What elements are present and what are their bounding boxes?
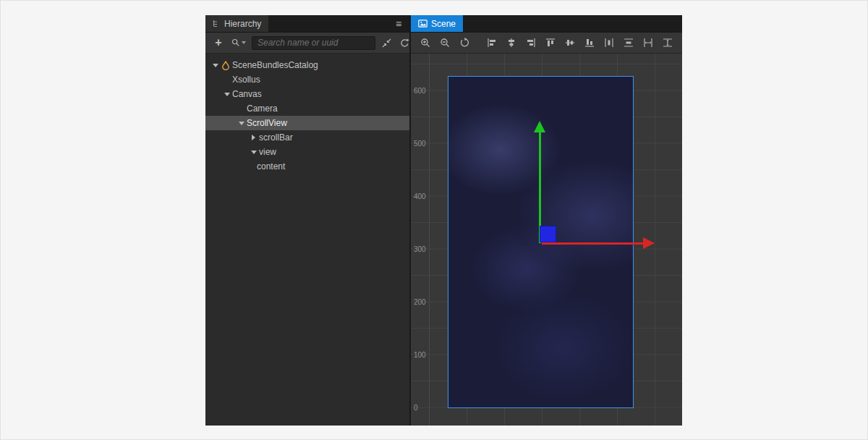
scene-toolbar xyxy=(411,33,682,54)
tree-item-canvas[interactable]: Canvas xyxy=(205,87,409,101)
expand-arrow-icon[interactable] xyxy=(221,87,232,101)
editor-window: Hierarchy ≡ + xyxy=(205,15,664,426)
tab-hierarchy-label: Hierarchy xyxy=(224,19,261,29)
scene-asset-icon xyxy=(221,60,231,70)
gizmo-x-axis[interactable] xyxy=(542,242,643,245)
hierarchy-panel: Hierarchy ≡ + xyxy=(205,15,411,426)
align-horizontal-center-icon[interactable] xyxy=(504,35,519,50)
tree-item-view[interactable]: view xyxy=(205,145,409,159)
zoom-out-icon[interactable] xyxy=(438,35,452,50)
align-right-icon[interactable] xyxy=(524,35,538,50)
align-left-icon[interactable] xyxy=(485,35,499,50)
collapse-all-icon[interactable] xyxy=(379,35,393,50)
distribute-horizontal-icon[interactable] xyxy=(602,35,616,50)
align-bottom-icon[interactable] xyxy=(582,35,597,50)
scene-panel: Scene xyxy=(411,15,682,426)
tab-scene-label: Scene xyxy=(431,19,456,29)
tree-item-scrollbar[interactable]: scrollBar xyxy=(205,130,409,145)
hierarchy-tabbar: Hierarchy ≡ xyxy=(205,15,409,33)
search-filter-button[interactable] xyxy=(229,35,248,50)
tree-item-scrollview[interactable]: ScrollView xyxy=(205,116,409,130)
hierarchy-tree: SceneBundlesCatalog Xsollus Canvas Camer… xyxy=(205,54,409,426)
gizmo-x-axis-arrowhead[interactable] xyxy=(643,237,655,249)
scene-tabbar: Scene xyxy=(411,15,682,33)
hierarchy-toolbar: + xyxy=(205,33,409,54)
tree-item-camera[interactable]: Camera xyxy=(205,101,409,116)
tabbar-spacer xyxy=(463,15,682,32)
tree-item-label: Xsollus xyxy=(232,75,260,85)
reset-view-icon[interactable] xyxy=(457,35,472,50)
tree-item-label: SceneBundlesCatalog xyxy=(232,60,318,70)
caret-spacer xyxy=(221,72,232,87)
ruler-label: 200 xyxy=(414,298,426,306)
panel-menu-icon[interactable]: ≡ xyxy=(388,15,409,32)
align-top-icon[interactable] xyxy=(543,35,558,50)
tab-hierarchy[interactable]: Hierarchy xyxy=(205,15,268,32)
chevron-down-icon xyxy=(242,41,246,44)
search-input[interactable] xyxy=(252,36,375,50)
caret-spacer xyxy=(236,101,247,116)
tree-item-xsollus[interactable]: Xsollus xyxy=(205,72,409,87)
expand-arrow-icon[interactable] xyxy=(248,130,259,145)
ruler-label: 100 xyxy=(414,351,426,359)
tree-item-scenebundlescatalog[interactable]: SceneBundlesCatalog xyxy=(205,58,409,72)
scene-viewport[interactable]: 600 500 400 300 200 100 0 xyxy=(411,54,682,426)
tree-item-label: Canvas xyxy=(232,89,262,99)
scene-icon xyxy=(418,20,427,28)
tree-item-content[interactable]: content xyxy=(205,159,409,174)
create-node-button[interactable]: + xyxy=(211,35,226,50)
distribute-vertical-icon[interactable] xyxy=(621,35,636,50)
expand-arrow-icon[interactable] xyxy=(210,58,221,72)
ruler-edge-line xyxy=(429,54,430,426)
tab-scene[interactable]: Scene xyxy=(411,15,463,32)
desktop: { "hierarchy": { "tab": "Hierarchy", "me… xyxy=(0,0,868,440)
expand-arrow-icon[interactable] xyxy=(236,116,247,130)
stretch-horizontal-icon[interactable] xyxy=(641,35,655,50)
tree-item-label: view xyxy=(259,147,276,157)
tree-item-label: ScrollView xyxy=(247,118,287,128)
ruler-label: 0 xyxy=(414,404,418,412)
tree-item-label: content xyxy=(257,161,285,172)
ruler-label: 400 xyxy=(414,192,426,200)
tree-item-label: scrollBar xyxy=(259,132,293,143)
gizmo-move-handle[interactable] xyxy=(540,226,556,242)
tabbar-spacer xyxy=(268,15,388,32)
ruler-label: 600 xyxy=(414,87,426,95)
expand-arrow-icon[interactable] xyxy=(248,145,259,159)
refresh-icon[interactable] xyxy=(397,35,412,50)
zoom-in-icon[interactable] xyxy=(418,35,433,50)
gizmo-y-axis-arrowhead[interactable] xyxy=(534,121,545,132)
align-vertical-center-icon[interactable] xyxy=(563,35,577,50)
stretch-vertical-icon[interactable] xyxy=(660,35,675,50)
hierarchy-icon xyxy=(213,20,221,28)
ruler-label: 300 xyxy=(414,245,426,253)
tree-item-label: Camera xyxy=(247,103,278,114)
search-icon xyxy=(231,38,240,47)
ruler-label: 500 xyxy=(414,140,426,148)
